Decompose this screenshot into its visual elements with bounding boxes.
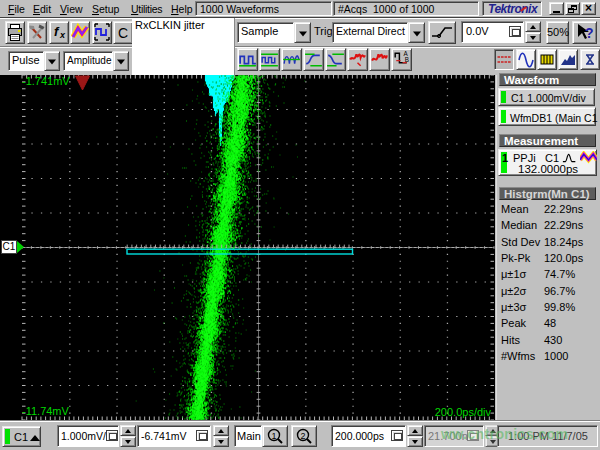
svg-text:B: B [405,56,409,63]
svg-text:1: 1 [272,431,277,441]
svg-text:?: ? [585,25,594,41]
svg-text:2: 2 [301,431,306,441]
